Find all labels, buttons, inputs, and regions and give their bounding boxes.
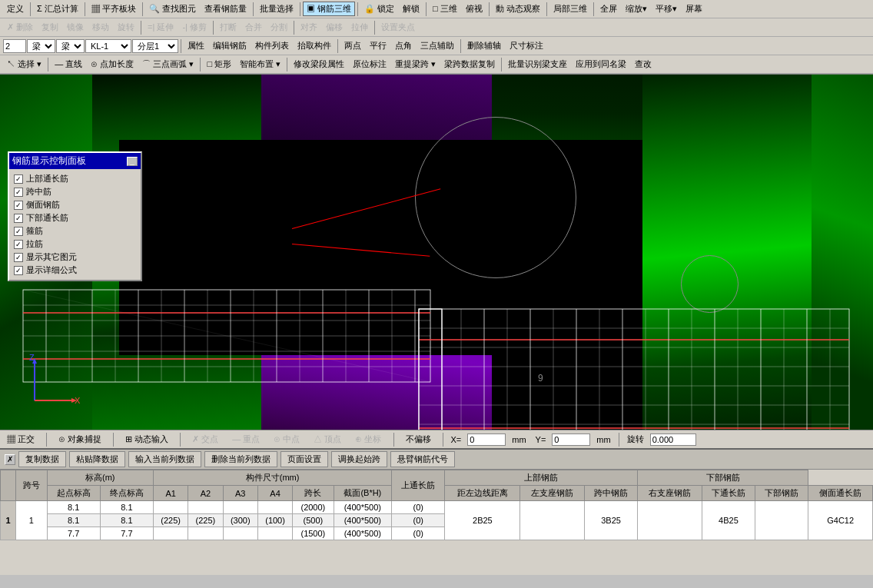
btn-trim[interactable]: -| 修剪 <box>178 20 211 35</box>
btn-local-3d[interactable]: 局部三维 <box>549 2 591 16</box>
btn-merge[interactable]: 合并 <box>241 20 266 35</box>
btn-intersection[interactable]: ✗ 交点 <box>188 432 222 447</box>
btn-input-col-data[interactable]: 输入当前列数据 <box>128 451 201 467</box>
name-select[interactable]: KL-1 <box>85 39 131 53</box>
btn-flat-slab[interactable]: ▦ 平齐板块 <box>88 2 140 16</box>
num-input[interactable]: 2 <box>3 39 26 53</box>
btn-smart-layout[interactable]: 智能布置 ▾ <box>236 57 284 71</box>
type-select-2[interactable]: 梁 <box>56 39 85 53</box>
btn-align[interactable]: 对齐 <box>297 20 321 35</box>
btn-repick-span[interactable]: 重提梁跨 ▾ <box>391 57 440 71</box>
btn-dynin[interactable]: ⊞ 动态输入 <box>121 432 172 447</box>
btn-rotate[interactable]: 旋转 <box>114 20 138 35</box>
btn-component-list[interactable]: 构件列表 <box>251 38 293 53</box>
btn-coord[interactable]: ⊕ 坐标 <box>351 432 385 447</box>
btn-extend[interactable]: =| 延伸 <box>144 20 178 35</box>
btn-three-arc[interactable]: ⌒ 三点画弧 ▾ <box>138 57 198 71</box>
btn-rect[interactable]: □ 矩形 <box>203 57 235 71</box>
btn-apply-same-name[interactable]: 应用到同名梁 <box>572 57 630 71</box>
btn-dynamic-view[interactable]: 動 动态观察 <box>492 2 544 16</box>
btn-break[interactable]: 打断 <box>216 20 241 35</box>
chk-show-other[interactable] <box>14 253 23 262</box>
btn-properties[interactable]: 属性 <box>184 38 208 53</box>
btn-select[interactable]: ↖ 选择 ▾ <box>3 57 45 71</box>
td-a3-1c <box>223 527 257 540</box>
btn-line[interactable]: — 直线 <box>51 57 86 71</box>
btn-top-view[interactable]: 俯视 <box>462 2 486 16</box>
btn-mirror[interactable]: 镜像 <box>63 20 88 35</box>
btn-edit-rebar[interactable]: 编辑钢筋 <box>209 38 251 53</box>
chk-bot-long[interactable] <box>14 214 23 223</box>
th-a2: A2 <box>188 486 223 501</box>
btn-move[interactable]: 移动 <box>88 20 113 35</box>
data-table: 跨号 标高(m) 构件尺寸(mm) 上通长筋 上部钢筋 下部钢筋 起点标高 终点… <box>0 470 873 540</box>
btn-point-angle[interactable]: 点角 <box>391 38 416 53</box>
btn-view-rebar[interactable]: 查看钢筋量 <box>201 2 251 16</box>
btn-page-setup[interactable]: 页面设置 <box>280 451 328 467</box>
btn-parallel[interactable]: 平行 <box>366 38 390 53</box>
btn-unlock[interactable]: 解锁 <box>399 2 423 16</box>
btn-cantilever-rebar[interactable]: 悬臂钢筋代号 <box>390 451 455 467</box>
td-top-long-1: 2B25 <box>445 501 520 540</box>
btn-copy[interactable]: 复制 <box>38 20 62 35</box>
btn-ortho[interactable]: ▦ 正交 <box>3 432 38 447</box>
small-circle <box>681 255 739 313</box>
rotate-input[interactable] <box>650 434 696 446</box>
chk-stirrup[interactable] <box>14 227 23 236</box>
btn-copy-data[interactable]: 复制数据 <box>18 451 66 467</box>
btn-delete[interactable]: ✗ 删除 <box>3 20 37 35</box>
label-mid: 跨中筋 <box>26 186 51 198</box>
btn-modify-beam-seg[interactable]: 修改梁段属性 <box>290 57 348 71</box>
btn-midpoint[interactable]: ⊙ 中点 <box>270 432 304 447</box>
sep15 <box>181 39 181 53</box>
main-canvas[interactable]: 9 <box>0 75 873 430</box>
panel-minimize-btn[interactable]: _ <box>127 157 138 166</box>
btn-calc[interactable]: Σ 汇总计算 <box>33 2 82 16</box>
layer-select[interactable]: 分层1 <box>132 39 178 53</box>
btn-two-points[interactable]: 两点 <box>340 38 365 53</box>
btn-endpoint[interactable]: — 重点 <box>228 432 264 447</box>
btn-lock[interactable]: 🔒 锁定 <box>360 2 398 16</box>
btn-del-col-data[interactable]: 删除当前列数据 <box>204 451 277 467</box>
btn-copy-span-data[interactable]: 梁跨数据复制 <box>440 57 499 71</box>
btn-batch-id-seat[interactable]: 批量识别梁支座 <box>504 57 571 71</box>
btn-fullscreen[interactable]: 全屏 <box>596 2 621 16</box>
data-panel-close-btn[interactable]: ✗ <box>5 454 15 465</box>
y-input[interactable] <box>552 434 590 446</box>
btn-vertex[interactable]: △ 顶点 <box>310 432 345 447</box>
sep13 <box>294 21 294 35</box>
data-table-wrapper[interactable]: 跨号 标高(m) 构件尺寸(mm) 上通长筋 上部钢筋 下部钢筋 起点标高 终点… <box>0 470 873 570</box>
x-input[interactable] <box>467 434 506 446</box>
btn-offset[interactable]: 偏移 <box>322 20 347 35</box>
btn-pick-component[interactable]: 抬取构件 <box>294 38 335 53</box>
btn-dim-annotation[interactable]: 尺寸标注 <box>506 38 547 53</box>
type-select-1[interactable]: 梁 <box>27 39 55 53</box>
control-panel: 钢筋显示控制面板 _ 上部通长筋 跨中筋 侧面钢筋 下部通长筋 箍筋 <box>8 151 142 281</box>
chk-mid[interactable] <box>14 188 23 197</box>
menu-define[interactable]: 定义 <box>3 2 28 16</box>
btn-pan[interactable]: 平移▾ <box>652 2 681 16</box>
chk-side[interactable] <box>14 201 23 210</box>
btn-rebar-3d[interactable]: ▣ 钢筋三维 <box>303 2 355 16</box>
btn-screen[interactable]: 屏幕 <box>682 2 706 16</box>
btn-point-length[interactable]: ⊙ 点加长度 <box>87 57 138 71</box>
chk-show-formula[interactable] <box>14 266 23 275</box>
btn-check-modify[interactable]: 查改 <box>631 57 656 71</box>
chk-tie[interactable] <box>14 240 23 249</box>
btn-split[interactable]: 分割 <box>267 20 291 35</box>
btn-zoom[interactable]: 缩放▾ <box>622 2 651 16</box>
btn-set-grip[interactable]: 设置夹点 <box>377 20 419 35</box>
btn-swap-span[interactable]: 调换起始跨 <box>331 451 387 467</box>
btn-three-point-aux[interactable]: 三点辅助 <box>417 38 458 53</box>
btn-stretch[interactable]: 拉伸 <box>347 20 372 35</box>
x-axis-label: X <box>75 396 81 405</box>
btn-del-aux-axis[interactable]: 删除辅轴 <box>463 38 505 53</box>
btn-snap[interactable]: ⊙ 对象捕捉 <box>55 432 105 447</box>
btn-find-element[interactable]: 🔍 查找图元 <box>145 2 200 16</box>
chk-top-long[interactable] <box>14 174 23 184</box>
btn-orig-annotation[interactable]: 原位标注 <box>349 57 390 71</box>
btn-3d[interactable]: □ 三维 <box>429 2 461 16</box>
btn-batch-select[interactable]: 批量选择 <box>256 2 297 16</box>
btn-no-offset[interactable]: 不偏移 <box>402 432 435 447</box>
btn-paste-data[interactable]: 粘贴降数据 <box>69 451 125 467</box>
